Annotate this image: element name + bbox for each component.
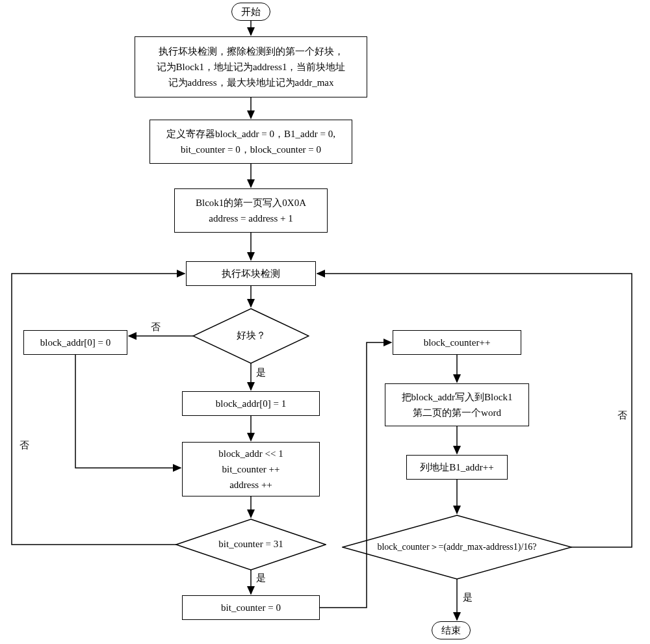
- reset-process: bit_counter = 0: [182, 595, 320, 620]
- step1-line2: 记为Block1，地址记为address1，当前块地址: [157, 59, 346, 75]
- no-set-process: block_addr[0] = 0: [23, 330, 127, 355]
- step4-label: 执行坏块检测: [222, 266, 280, 281]
- no-set-label: block_addr[0] = 0: [40, 335, 110, 350]
- d1-yes-label: 是: [256, 367, 266, 379]
- col-addr-process: 列地址B1_addr++: [406, 455, 508, 480]
- write-line2: 第二页的第一个word: [413, 405, 501, 420]
- start-terminator: 开始: [231, 3, 270, 21]
- yes-set-label: block_addr[0] = 1: [216, 396, 286, 411]
- step3-line1: Blcok1的第一页写入0X0A: [196, 195, 306, 211]
- step1-line3: 记为address，最大块地址记为addr_max: [168, 75, 334, 90]
- d3-yes-label: 是: [463, 591, 473, 604]
- decision1-diamond: 好块？: [192, 308, 309, 364]
- yes-set-process: block_addr[0] = 1: [182, 391, 320, 416]
- d3-no-label: 否: [618, 409, 627, 422]
- d2-no-label: 否: [20, 439, 29, 452]
- step2-line2: bit_counter = 0，block_counter = 0: [181, 142, 321, 157]
- end-terminator: 结束: [432, 621, 471, 639]
- write-line1: 把block_addr写入到Block1: [402, 389, 513, 405]
- shift-line1: block_addr << 1: [218, 446, 283, 461]
- step3-line2: address = address + 1: [209, 211, 292, 226]
- decision2-diamond: bit_counter = 31: [176, 519, 326, 571]
- step1-line1: 执行坏块检测，擦除检测到的第一个好块，: [159, 44, 344, 59]
- step1-process: 执行坏块检测，擦除检测到的第一个好块， 记为Block1，地址记为address…: [135, 36, 367, 97]
- reset-label: bit_counter = 0: [221, 600, 281, 615]
- write-process: 把block_addr写入到Block1 第二页的第一个word: [385, 383, 529, 426]
- decision3-diamond: block_counter＞=(addr_max-address1)/16?: [342, 515, 572, 580]
- decision1-label: 好块？: [237, 329, 266, 342]
- col-addr-label: 列地址B1_addr++: [420, 459, 494, 475]
- shift-process: block_addr << 1 bit_counter ++ address +…: [182, 442, 320, 496]
- step3-process: Blcok1的第一页写入0X0A address = address + 1: [174, 188, 328, 233]
- d1-no-label: 否: [151, 321, 161, 333]
- step2-process: 定义寄存器block_addr = 0，B1_addr = 0, bit_cou…: [150, 120, 352, 164]
- start-label: 开始: [241, 4, 261, 19]
- step2-line1: 定义寄存器block_addr = 0，B1_addr = 0,: [166, 126, 335, 142]
- shift-line2: bit_counter ++: [222, 461, 280, 477]
- decision3-label: block_counter＞=(addr_max-address1)/16?: [377, 541, 536, 553]
- d2-yes-label: 是: [256, 572, 266, 584]
- inc-counter-process: block_counter++: [393, 330, 521, 355]
- inc-counter-label: block_counter++: [424, 335, 491, 350]
- decision2-label: bit_counter = 31: [218, 538, 283, 551]
- shift-line3: address ++: [229, 477, 272, 493]
- step4-process: 执行坏块检测: [186, 261, 316, 286]
- end-label: 结束: [441, 623, 461, 638]
